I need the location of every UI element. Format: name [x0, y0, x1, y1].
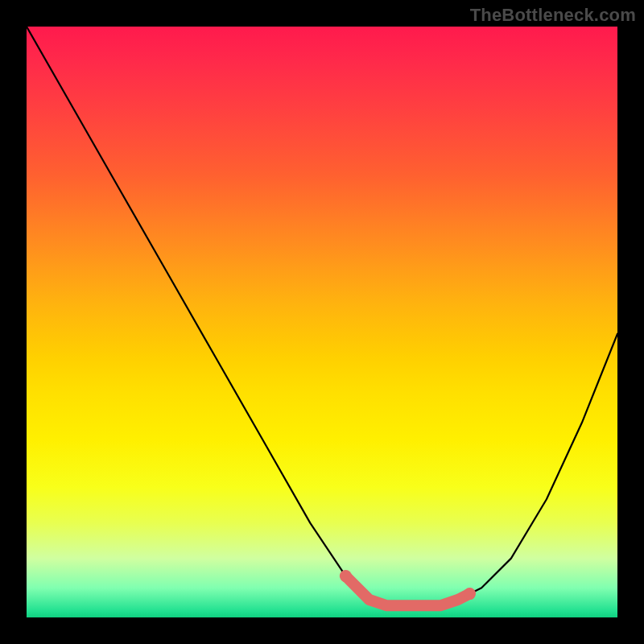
plot-area [27, 27, 617, 617]
marker-dot-right [464, 588, 476, 600]
marker-group [340, 570, 476, 605]
bottleneck-curve [27, 27, 617, 605]
watermark-text: TheBottleneck.com [470, 5, 636, 26]
marker-stroke [345, 576, 469, 606]
marker-dot-left [340, 570, 352, 582]
chart-svg [27, 27, 617, 617]
chart-frame: TheBottleneck.com [0, 0, 644, 644]
